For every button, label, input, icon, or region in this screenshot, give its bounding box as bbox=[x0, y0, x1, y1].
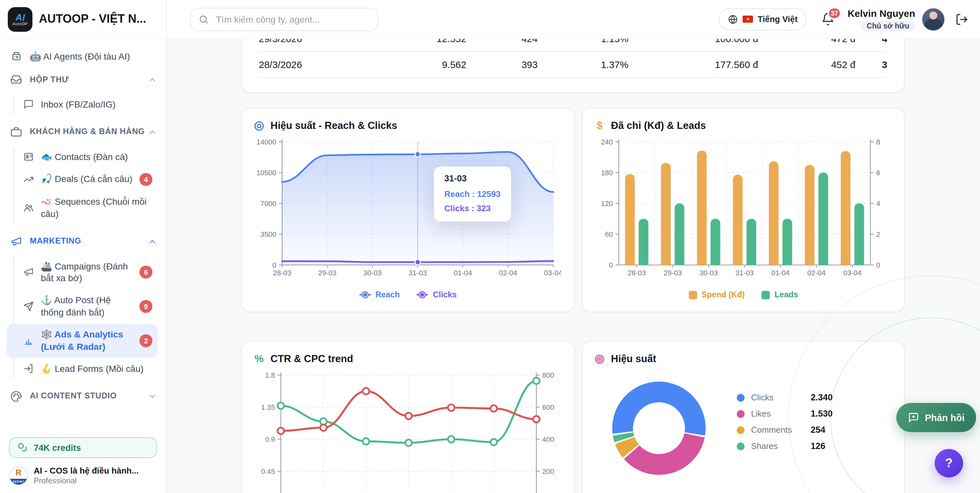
sidebar-item[interactable]: 🚢 Campaigns (Đánh bắt xa bờ)6 bbox=[6, 255, 158, 289]
chat-icon bbox=[23, 100, 34, 110]
svg-text:1.8: 1.8 bbox=[265, 371, 275, 379]
legend-item-spend-k-[interactable]: Spend (Kđ) bbox=[689, 290, 745, 299]
svg-text:1.35: 1.35 bbox=[261, 403, 275, 411]
legend-marker bbox=[359, 294, 371, 296]
chart-tooltip: 31-03 Reach : 12593 Clicks : 323 bbox=[434, 166, 511, 222]
sidebar-item[interactable]: 🤖 AI Agents (Đội tàu AI) bbox=[0, 45, 166, 67]
feedback-button[interactable]: Phản hồi bbox=[896, 403, 976, 432]
sidebar: AI AutoOP AUTOOP - VIỆT N... 🤖 AI Agents… bbox=[0, 0, 167, 493]
svg-text:14000: 14000 bbox=[256, 138, 276, 146]
help-label: ? bbox=[945, 456, 953, 470]
legend-value: 126 bbox=[811, 441, 825, 451]
search-icon bbox=[199, 14, 209, 24]
sidebar-item[interactable]: 🪱 Sequences (Chuỗi mồi câu) bbox=[6, 191, 158, 225]
sidebar-section[interactable]: AI CONTENT STUDIO bbox=[0, 384, 166, 409]
fax-icon bbox=[10, 51, 22, 62]
spend-leads-legend: Spend (Kđ)Leads bbox=[594, 287, 892, 303]
card-title: Đã chi (Kđ) & Leads bbox=[611, 120, 706, 132]
sidebar-item[interactable]: 🪝 Lead Forms (Mồi câu) bbox=[6, 358, 158, 380]
count-badge: 4 bbox=[140, 173, 153, 186]
sidebar-item[interactable]: Inbox (FB/Zalo/IG) bbox=[6, 94, 158, 115]
legend-item-clicks[interactable]: Clicks2.340 bbox=[737, 389, 833, 406]
svg-text:240: 240 bbox=[601, 138, 613, 146]
sidebar-item[interactable]: 🐟 Contacts (Đàn cá) bbox=[6, 146, 158, 168]
ctr-cpc-card: % CTR & CPC trend 00.450.91.351.80200400… bbox=[241, 341, 574, 493]
svg-text:3500: 3500 bbox=[260, 230, 276, 238]
legend-item-reach[interactable]: Reach bbox=[359, 290, 400, 299]
legend-label: Likes bbox=[751, 409, 811, 418]
sidebar-sub-list: 🐟 Contacts (Đàn cá)🎣 Deals (Cá cắn câu)4… bbox=[0, 144, 166, 229]
sidebar-section-label: AI CONTENT STUDIO bbox=[30, 391, 148, 402]
workspace-switcher[interactable]: R SEEMT AI - COS là hệ điều hành... Prof… bbox=[9, 466, 157, 485]
spend-leads-card: $ Đã chi (Kđ) & Leads 060120180240024682… bbox=[582, 108, 905, 312]
legend-marker bbox=[737, 410, 745, 417]
ctr-cpc-chart: 00.450.91.351.8020040060080028-0329-0330… bbox=[254, 367, 561, 493]
sidebar-item[interactable]: 🎣 Deals (Cá cắn câu)4 bbox=[6, 168, 158, 190]
help-button[interactable]: ? bbox=[935, 449, 963, 477]
svg-text:7000: 7000 bbox=[260, 200, 276, 208]
sidebar-section[interactable]: KHÁCH HÀNG & BÁN HÀNG bbox=[0, 120, 166, 144]
svg-text:31-03: 31-03 bbox=[409, 269, 427, 277]
svg-text:29-03: 29-03 bbox=[663, 269, 682, 277]
legend-marker bbox=[417, 294, 428, 296]
svg-text:28-03: 28-03 bbox=[627, 269, 646, 277]
search-box[interactable] bbox=[190, 8, 378, 31]
sidebar-section-label: MARKETING bbox=[30, 236, 148, 247]
count-badge: 9 bbox=[140, 300, 153, 313]
top-header: Tiếng Việt 37 Kelvin Nguyen Chủ sở hữu bbox=[167, 0, 980, 39]
legend-item-clicks[interactable]: Clicks bbox=[417, 290, 457, 299]
sidebar-section[interactable]: MARKETING bbox=[0, 229, 166, 254]
reach-clicks-legend: ReachClicks bbox=[254, 287, 562, 303]
trending-up-icon bbox=[23, 174, 34, 185]
spend-leads-chart: 0601201802400246828-0329-0330-0331-0301-… bbox=[594, 134, 891, 284]
percent-icon: % bbox=[254, 353, 265, 365]
legend-label: Comments bbox=[751, 425, 811, 435]
legend-item-leads[interactable]: Leads bbox=[762, 290, 798, 299]
sidebar-section[interactable]: HỘP THƯ bbox=[0, 67, 166, 92]
card-title: Hiệu suất - Reach & Clicks bbox=[270, 120, 397, 132]
legend-item-likes[interactable]: Likes1.530 bbox=[737, 406, 833, 422]
svg-text:0: 0 bbox=[272, 261, 276, 269]
sidebar-item-label: 🎣 Deals (Cá cắn câu) bbox=[41, 173, 134, 185]
svg-text:29-03: 29-03 bbox=[318, 269, 336, 277]
sidebar-item-label: 🐟 Contacts (Đàn cá) bbox=[41, 151, 153, 163]
logo-mark: AI bbox=[15, 13, 25, 22]
sidebar-section-label: KHÁCH HÀNG & BÁN HÀNG bbox=[30, 127, 148, 138]
language-selector[interactable]: Tiếng Việt bbox=[719, 8, 807, 30]
user-info[interactable]: Kelvin Nguyen Chủ sở hữu bbox=[848, 8, 915, 31]
svg-text:03-04: 03-04 bbox=[544, 269, 561, 277]
sidebar-item[interactable]: ⚓ Auto Post (Hệ thống đánh bắt)9 bbox=[6, 290, 158, 323]
target-icon bbox=[254, 120, 265, 131]
legend-label: Leads bbox=[775, 290, 798, 299]
search-input[interactable] bbox=[215, 13, 370, 25]
sidebar-item-label: Inbox (FB/Zalo/IG) bbox=[41, 98, 153, 111]
legend-label: Clicks bbox=[751, 393, 811, 402]
tooltip-clicks: Clicks : 323 bbox=[444, 203, 500, 213]
user-avatar[interactable] bbox=[922, 8, 945, 31]
legend-marker bbox=[762, 290, 770, 299]
legend-item-comments[interactable]: Comments254 bbox=[737, 422, 833, 438]
engagement-donut-chart bbox=[601, 370, 718, 487]
svg-text:30-03: 30-03 bbox=[700, 269, 718, 277]
logout-icon[interactable] bbox=[955, 13, 968, 25]
sidebar-item-label: 🪝 Lead Forms (Mồi câu) bbox=[41, 363, 153, 375]
brand-header[interactable]: AI AutoOP AUTOOP - VIỆT N... bbox=[0, 0, 166, 39]
notifications-button[interactable]: 37 bbox=[821, 12, 835, 26]
user-name: Kelvin Nguyen bbox=[848, 8, 915, 19]
svg-text:03-04: 03-04 bbox=[843, 269, 861, 277]
svg-text:0.45: 0.45 bbox=[261, 468, 275, 476]
sidebar-sub-list: Inbox (FB/Zalo/IG) bbox=[0, 92, 166, 120]
spend-leads-title-row: $ Đã chi (Kđ) & Leads bbox=[594, 117, 892, 134]
svg-text:28-03: 28-03 bbox=[273, 269, 291, 277]
legend-item-shares[interactable]: Shares126 bbox=[737, 438, 833, 454]
chev-down-icon bbox=[148, 392, 157, 401]
contact-card-icon bbox=[23, 152, 34, 162]
svg-text:01-04: 01-04 bbox=[772, 269, 790, 277]
credits-button[interactable]: 74K credits bbox=[9, 437, 157, 458]
svg-text:31-03: 31-03 bbox=[735, 269, 754, 277]
workspace-title: AUTOOP - VIỆT N... bbox=[39, 12, 146, 26]
svg-text:0: 0 bbox=[609, 261, 613, 269]
sidebar-item[interactable]: 🕸️ Ads & Analytics (Lưới & Radar)2 bbox=[6, 324, 158, 358]
megaphone-icon bbox=[10, 236, 22, 247]
sidebar-item-label: 🤖 AI Agents (Đội tàu AI) bbox=[30, 51, 130, 62]
